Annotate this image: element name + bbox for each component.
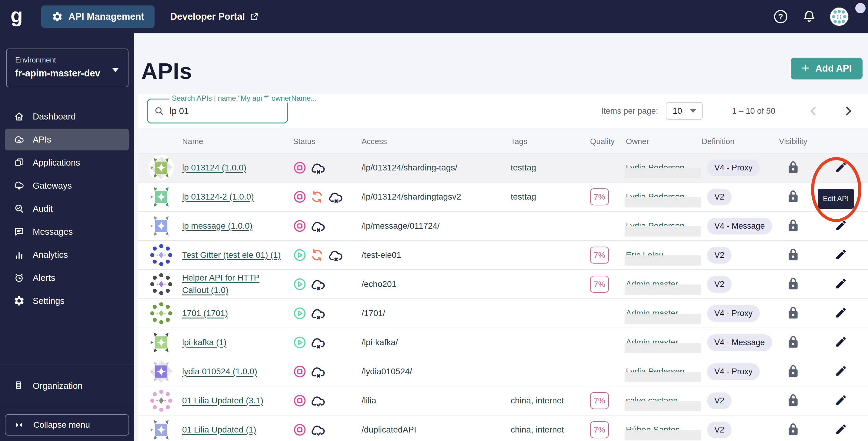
column-header-owner[interactable]: Owner [626,137,702,146]
add-api-button[interactable]: + Add API [791,58,863,80]
developer-portal-link[interactable]: Developer Portal [170,11,259,22]
column-header-access[interactable]: Access [362,137,511,146]
api-access-path: /lydia010524/ [362,367,511,376]
sidebar-item-settings[interactable]: Settings [5,290,129,312]
api-management-switcher[interactable]: API Management [41,5,155,28]
api-owner-cell: Lydia Pedersen [626,221,702,231]
column-header-tags[interactable]: Tags [511,137,590,146]
sidebar-bottom: Organization Collapse menu [0,364,134,441]
edit-api-button[interactable] [835,364,848,379]
page-size-select[interactable]: 10 [666,102,703,120]
edit-cell [835,335,848,349]
api-name-link[interactable]: lpi-kafka (1) [182,336,232,349]
owner-redaction-bar [625,343,701,353]
sidebar-item-messages[interactable]: Messages [5,221,129,243]
definition-version-chip: V4 - Message [707,334,772,351]
definition-version-chip: V4 - Message [707,218,772,234]
api-name-cell: 1701 (1701) [182,307,293,320]
notifications-bell-icon[interactable] [801,9,817,25]
help-icon[interactable]: ? [773,9,788,25]
api-name-link[interactable]: Helper API for HTTP Callout (1.0) [182,272,293,296]
status-cloud-x-icon [310,306,327,321]
quality-badge: 7% [590,276,609,293]
sidebar-item-alerts[interactable]: Alerts [5,267,129,289]
api-access-path: /lp/message/011724/ [362,221,511,231]
sidebar-item-analytics[interactable]: Analytics [5,244,129,266]
status-stopped-icon [293,219,306,233]
column-header-visibility[interactable]: Visibility [779,137,807,146]
chat-bubble-icon [13,226,25,237]
table-row: Test Gitter (test ele 01) (1) /test-ele0… [138,241,868,270]
api-definition-cell: V2 [702,421,771,438]
sidebar-item-dashboard[interactable]: Dashboard [5,106,129,127]
api-name-link[interactable]: 01 Lilia Updated (3.1) [182,394,270,407]
developer-portal-label: Developer Portal [170,11,245,22]
api-status-cell [293,189,362,204]
edit-api-button[interactable] [835,306,848,320]
environment-label: Environment [15,56,121,64]
column-header-definition[interactable]: Definition [702,137,771,146]
edit-api-button[interactable] [835,277,848,291]
previous-page-button[interactable] [807,104,820,118]
edit-api-button[interactable] [835,161,848,175]
edit-api-tooltip: Edit API [818,189,854,209]
api-name-link[interactable]: lp 013124-2 (1.0.0) [182,191,260,203]
lock-icon [786,432,800,437]
search-icon [154,106,164,116]
top-bar-actions: ? [773,7,848,26]
api-access-path: /lpi-kafka/ [362,337,511,347]
api-avatar [148,271,182,297]
api-tags: testtag [511,163,590,173]
gravitee-logo: g [0,5,33,28]
lock-icon [786,286,800,291]
api-status-cell [293,364,362,379]
api-name-link[interactable]: lp message (1.0.0) [182,220,258,232]
sidebar-item-label: Analytics [33,250,68,260]
column-header-name[interactable]: Name [182,137,293,146]
table-row: lpi-kafka (1) /lpi-kafka/ Admin master V… [138,328,868,357]
sidebar-item-label: APIs [33,135,51,145]
api-status-cell [293,248,362,262]
column-header-quality[interactable]: Quality [590,137,626,146]
status-started-icon [293,306,306,320]
api-name-link[interactable]: 1701 (1701) [182,307,234,320]
magnifier-check-icon [13,203,25,214]
api-name-cell: 01 Lilia Updated (1) [182,424,293,436]
status-stopped-icon [293,190,306,204]
api-name-cell: lp message (1.0.0) [182,220,293,232]
edit-api-button[interactable] [835,248,848,262]
sidebar-item-organization[interactable]: Organization [5,372,129,400]
api-status-cell [293,393,362,408]
status-cloud-check-icon [310,422,327,437]
api-access-path: /lp/013124/sharding-tags/ [362,163,511,173]
sidebar-nav: Dashboard APIs Applications Gateways Aud… [0,104,134,313]
sidebar-item-audit[interactable]: Audit [5,198,129,219]
api-name-link[interactable]: Test Gitter (test ele 01) (1) [182,249,287,261]
api-name-link[interactable]: lydia 010524 (1.0.0) [182,365,264,378]
column-header-status[interactable]: Status [293,137,362,146]
edit-api-button[interactable] [835,394,848,408]
sidebar-item-apis[interactable]: APIs [5,128,129,150]
edit-api-button[interactable] [835,219,848,233]
collapse-menu-button[interactable]: Collapse menu [5,414,129,436]
paginator-range: 1 – 10 of 50 [732,107,775,116]
edit-api-button[interactable] [835,335,848,349]
table-row: lp message (1.0.0) /lp/message/011724/ L… [138,212,868,241]
lock-icon [786,228,800,233]
api-name-link[interactable]: 01 Lilia Updated (1) [182,424,262,436]
visibility-cell [786,189,800,204]
edit-api-button[interactable] [835,423,848,437]
api-quality-cell: 7% [590,276,626,293]
edit-cell [835,394,848,408]
user-avatar[interactable] [830,7,848,26]
status-cloud-x-icon [328,248,345,262]
status-stopped-icon [293,161,306,174]
next-page-button[interactable] [841,104,855,118]
lock-icon [786,344,800,349]
sidebar-item-gateways[interactable]: Gateways [5,175,129,197]
api-owner-cell: Lydia Pedersen [626,367,702,376]
environment-selector[interactable]: Environment fr-apim-master-dev [6,49,128,87]
sidebar-item-applications[interactable]: Applications [5,152,129,174]
api-name-link[interactable]: lp 013124 (1.0.0) [182,161,252,174]
status-cloud-x-icon [310,219,327,233]
